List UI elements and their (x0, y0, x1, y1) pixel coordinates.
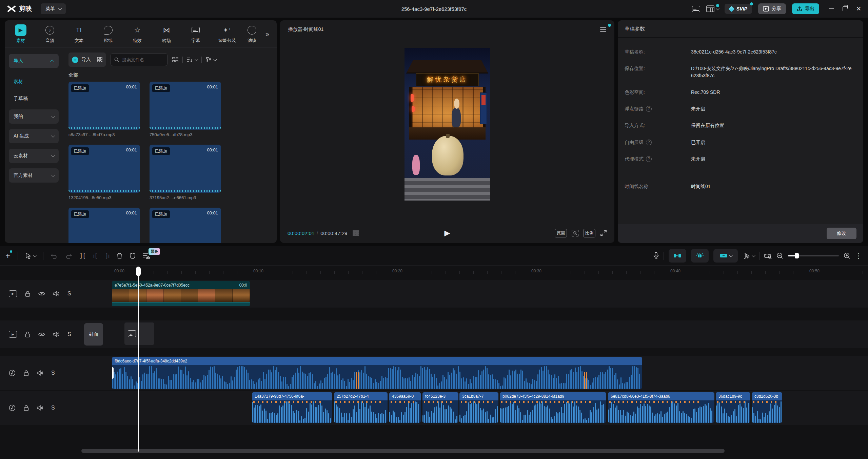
audio-clip[interactable]: c8d2d620-3b (752, 392, 782, 423)
media-card[interactable]: 已添加 00:01 13204195...8e50.mp3 (68, 145, 140, 200)
cover-button[interactable]: 封面 (84, 323, 103, 346)
zoom-frame-icon[interactable] (572, 230, 578, 236)
slider-knob[interactable] (795, 253, 799, 258)
media-card[interactable]: 已添加 00:01 750a9ee5...db78.mp3 (150, 82, 221, 137)
sidebar-item-subdraft[interactable]: 子草稿 (9, 92, 59, 105)
speaker-icon[interactable] (37, 405, 43, 411)
lock-icon[interactable] (24, 370, 29, 376)
audio-clip[interactable]: 36dac1b9-9c (716, 392, 750, 423)
player-menu-icon[interactable] (600, 26, 606, 33)
tab-transitions[interactable]: ⋈ 转场 (152, 24, 181, 44)
split-right-button[interactable]: ]⁞ (105, 252, 109, 259)
audio-clip[interactable]: 3ca1b8a7-7 (459, 392, 498, 423)
sidebar-item-ai-generate[interactable]: AI 生成 (9, 129, 59, 143)
ratio-button[interactable]: 比例 (583, 229, 595, 237)
audio-clip[interactable]: 4359aa59-0 (389, 392, 421, 423)
tab-effects[interactable]: ☆ 特效 (123, 24, 152, 44)
tab-smart-packaging[interactable]: ✦⁺ 智能包装 (210, 24, 244, 44)
timeline-zoom-slider[interactable] (788, 255, 839, 256)
select-tool-button[interactable] (25, 253, 36, 259)
zoom-out-icon[interactable] (776, 252, 783, 259)
auto-ripple-toggle[interactable] (669, 249, 686, 263)
filter-button[interactable] (206, 57, 216, 62)
tab-media[interactable]: ▶ 素材 (6, 24, 35, 44)
media-card[interactable]: 已添加 00:01 (150, 208, 221, 243)
split-button[interactable]: ][ (79, 252, 85, 259)
play-button[interactable]: ▶ (445, 229, 450, 237)
clip-trim-handle[interactable] (112, 367, 114, 379)
search-box[interactable] (111, 53, 167, 66)
video-preview[interactable]: 解忧杂货店 (405, 48, 490, 201)
help-icon[interactable]: ? (646, 140, 652, 145)
lock-icon[interactable] (25, 331, 30, 337)
audio-clip[interactable]: 14a37179-98d7-4756-9f6a- (252, 392, 332, 423)
lock-icon[interactable] (25, 291, 30, 297)
search-input[interactable] (121, 57, 160, 63)
fullscreen-icon[interactable] (600, 230, 607, 236)
sidebar-item-cloud-material[interactable]: 云素材 (9, 149, 59, 163)
modify-button[interactable]: 修改 (827, 228, 856, 239)
tab-captions[interactable]: 字幕 (181, 24, 210, 44)
linkage-toggle[interactable] (713, 249, 738, 263)
media-card[interactable]: 已添加 00:01 (68, 208, 140, 243)
original-quality-button[interactable]: 原画 (555, 229, 567, 237)
preview-snap-toggle[interactable] (691, 249, 709, 263)
solo-button[interactable]: S (67, 291, 71, 297)
audio-clip[interactable]: fc45123e-3 (422, 392, 458, 423)
zoom-in-icon[interactable] (844, 252, 850, 259)
solo-button[interactable]: S (51, 370, 55, 376)
notice-panel-icon[interactable] (692, 6, 700, 12)
help-icon[interactable]: ? (646, 156, 652, 162)
media-card[interactable]: 已添加 00:01 37195ac2-...e6661.mp3 (150, 145, 221, 200)
timeline-ruler[interactable]: 00:00 00:10 00:20 00:30 00:40 00:50 (0, 267, 868, 277)
cursor-split-mode-button[interactable] (743, 253, 754, 259)
playhead[interactable] (136, 267, 141, 452)
solo-button[interactable]: S (51, 405, 55, 411)
tab-audio[interactable]: ♪ 音频 (35, 24, 64, 44)
main-audio-clip[interactable]: f8dc6aec-d787-4f5f-adfa-348c2dd439e2 (112, 357, 642, 389)
solo-button[interactable]: S (67, 331, 71, 337)
undo-button[interactable] (51, 253, 58, 259)
filter-all-label[interactable]: 全部 (68, 72, 271, 78)
maximize-button[interactable] (843, 6, 847, 11)
minimize-button[interactable] (829, 8, 834, 9)
mask-button[interactable] (130, 253, 135, 259)
tab-filters[interactable]: 滤镜 (244, 24, 260, 44)
eye-icon[interactable] (38, 291, 45, 296)
sidebar-item-import[interactable]: 导入 (9, 54, 59, 68)
speaker-icon[interactable] (53, 291, 59, 296)
frame-grid-icon[interactable] (353, 230, 359, 236)
lock-icon[interactable] (24, 405, 29, 411)
timeline-scale-icon[interactable] (764, 253, 772, 259)
audio-clip[interactable]: 257b27d2-47b1-4 (334, 392, 388, 423)
export-button[interactable]: 导出 (792, 3, 819, 14)
video-clip[interactable]: e7e5e7f1-5e50-452a-9e87-0ce7f7d05ecc 00:… (112, 281, 250, 306)
media-card[interactable]: 已添加 00:01 c8a73c97-...8bd7a.mp3 (68, 82, 140, 137)
sidebar-item-material[interactable]: 素材 (9, 76, 59, 88)
sidebar-item-official-material[interactable]: 官方素材 (9, 168, 59, 183)
redo-button[interactable] (65, 253, 72, 259)
sort-button[interactable] (187, 57, 197, 62)
horizontal-scrollbar[interactable] (81, 449, 725, 453)
delete-button[interactable] (117, 253, 122, 259)
svip-button[interactable]: SVIP (725, 4, 752, 14)
more-options-button[interactable]: ⋮ (855, 252, 863, 260)
qr-import-icon[interactable] (97, 57, 102, 62)
audio-clip[interactable]: 6e817cd8-66e3-41f5-8f74-3aab6 (608, 392, 714, 423)
help-icon[interactable]: ? (646, 106, 652, 112)
add-track-button[interactable]: + (5, 251, 10, 260)
close-button[interactable]: ✕ (856, 5, 861, 13)
sidebar-item-mine[interactable]: 我的 (9, 109, 59, 124)
eye-icon[interactable] (38, 332, 45, 337)
speaker-icon[interactable] (53, 332, 59, 337)
menu-button[interactable]: 菜单 (41, 3, 66, 14)
grid-view-icon[interactable] (172, 57, 178, 63)
caption-extract-button[interactable]: 限免 (143, 253, 150, 259)
microphone-icon[interactable] (653, 252, 659, 259)
share-button[interactable]: 分享 (758, 3, 786, 14)
split-left-button[interactable]: ⁞[ (93, 252, 98, 259)
tab-sticker[interactable]: 贴纸 (94, 24, 123, 44)
tab-text[interactable]: TI 文本 (64, 24, 94, 44)
layout-switch-button[interactable] (706, 5, 718, 12)
import-media-button[interactable]: + 导入 (68, 53, 106, 67)
